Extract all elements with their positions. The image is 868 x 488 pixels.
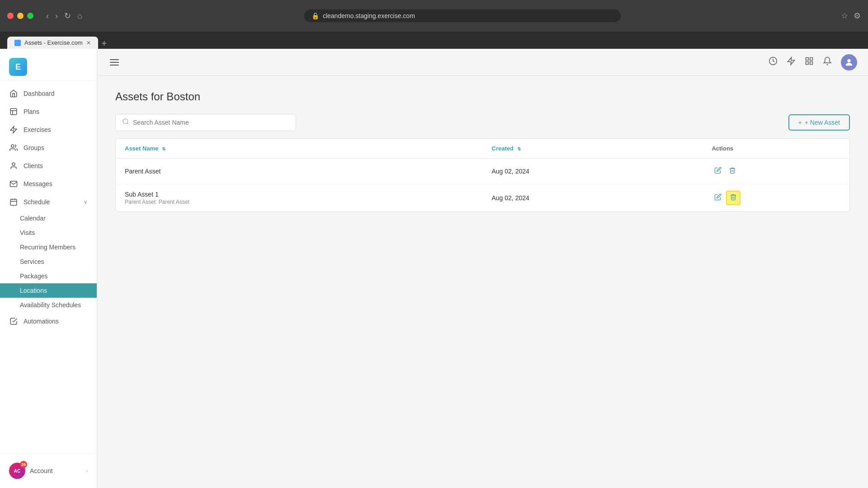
svg-rect-0: [10, 108, 17, 115]
sidebar-item-recurring-members[interactable]: Recurring Members: [0, 240, 97, 254]
automations-icon: [9, 317, 18, 326]
sidebar-item-availability-schedules[interactable]: Availability Schedules: [0, 298, 97, 312]
sidebar-item-groups[interactable]: Groups: [0, 139, 97, 157]
sidebar-item-services[interactable]: Services: [0, 254, 97, 269]
asset-name-cell: Sub Asset 1 Parent Asset: Parent Asset: [116, 184, 483, 212]
sidebar-item-visits[interactable]: Visits: [0, 225, 97, 240]
sidebar-item-packages[interactable]: Packages: [0, 269, 97, 283]
grid-icon[interactable]: [805, 56, 814, 68]
actions-cell: [712, 165, 840, 178]
new-asset-label: + New Asset: [805, 119, 840, 126]
sidebar-item-packages-label: Packages: [20, 272, 47, 280]
asset-name-value: Parent Asset: [125, 168, 160, 175]
clients-icon: [9, 161, 18, 170]
delete-button[interactable]: [726, 165, 739, 178]
close-button[interactable]: [7, 13, 14, 19]
avatar-initials: AC: [14, 469, 20, 474]
asset-table-container: Asset Name ⇅ Created ⇅ Actions: [115, 138, 850, 212]
avatar: AC 28: [9, 463, 25, 479]
sidebar-item-messages[interactable]: Messages: [0, 175, 97, 193]
table-header-row: Asset Name ⇅ Created ⇅ Actions: [116, 139, 849, 159]
tab-close-button[interactable]: ✕: [86, 40, 91, 46]
address-bar[interactable]: [323, 12, 613, 19]
tab-favicon: [14, 40, 21, 46]
home-button[interactable]: ⌂: [75, 9, 84, 23]
table-row: Parent Asset Aug 02, 2024: [116, 159, 849, 184]
top-bar: [97, 49, 868, 76]
search-box: [115, 114, 296, 131]
sidebar-item-clients[interactable]: Clients: [0, 157, 97, 175]
sidebar-item-schedule[interactable]: Schedule ∨: [0, 193, 97, 211]
sidebar-item-locations-label: Locations: [20, 287, 47, 294]
browser-nav: ‹ › ↻ ⌂: [44, 9, 84, 23]
sidebar-item-automations[interactable]: Automations: [0, 312, 97, 330]
svg-point-2: [12, 163, 15, 165]
forward-button[interactable]: ›: [53, 9, 60, 23]
tab-bar: Assets - Exercise.com ✕ +: [0, 32, 868, 49]
account-chevron-icon: ›: [86, 468, 88, 474]
new-asset-plus-icon: +: [798, 119, 802, 126]
search-input[interactable]: [133, 119, 289, 126]
asset-name-cell: Parent Asset: [116, 159, 483, 184]
hamburger-button[interactable]: [108, 57, 121, 67]
svg-point-14: [123, 119, 128, 124]
main-content: Assets for Boston + + New Asset: [97, 49, 868, 488]
sidebar-item-availability-schedules-label: Availability Schedules: [20, 301, 81, 309]
sidebar-item-plans[interactable]: Plans: [0, 103, 97, 121]
sidebar-item-dashboard[interactable]: Dashboard: [0, 84, 97, 103]
plans-icon: [9, 107, 18, 116]
back-button[interactable]: ‹: [44, 9, 51, 23]
svg-point-1: [11, 145, 14, 147]
search-icon: [122, 118, 129, 127]
sidebar-item-locations[interactable]: Locations: [0, 283, 97, 298]
browser-right-controls: ☆ ⚙: [841, 11, 861, 21]
reload-button[interactable]: ↻: [62, 9, 73, 23]
lightning-icon[interactable]: [787, 56, 796, 68]
delete-sub-button[interactable]: [726, 191, 741, 205]
sidebar-item-exercises[interactable]: Exercises: [0, 121, 97, 139]
asset-created-value: Aug 02, 2024: [492, 168, 529, 175]
home-icon: [9, 89, 18, 98]
new-tab-button[interactable]: +: [102, 38, 107, 49]
sidebar-item-calendar-label: Calendar: [20, 215, 46, 222]
messages-icon: [9, 179, 18, 188]
user-avatar[interactable]: [841, 54, 857, 70]
bookmark-icon[interactable]: ☆: [841, 11, 848, 21]
svg-rect-3: [10, 199, 17, 206]
sidebar-logo: E: [0, 49, 97, 81]
col-created: Created ⇅: [483, 139, 703, 159]
sidebar-item-groups-label: Groups: [24, 144, 44, 151]
col-actions: Actions: [703, 139, 849, 159]
clock-icon[interactable]: [769, 56, 778, 68]
minimize-button[interactable]: [17, 13, 24, 19]
sidebar-item-recurring-members-label: Recurring Members: [20, 244, 75, 251]
actions-cell: [712, 191, 840, 205]
address-bar-container: 🔒: [304, 9, 621, 22]
browser-chrome: ‹ › ↻ ⌂ 🔒 ☆ ⚙: [0, 0, 868, 32]
new-asset-button[interactable]: + + New Asset: [788, 114, 850, 131]
extensions-icon[interactable]: ⚙: [854, 11, 861, 21]
content-area: Assets for Boston + + New Asset: [97, 76, 868, 488]
sidebar-item-schedule-label: Schedule: [24, 198, 50, 206]
svg-marker-8: [788, 57, 795, 65]
sidebar-item-calendar[interactable]: Calendar: [0, 211, 97, 225]
edit-button[interactable]: [712, 165, 724, 178]
browser-controls: [7, 13, 33, 19]
svg-rect-10: [810, 58, 813, 61]
edit-sub-button[interactable]: [712, 192, 724, 204]
account-item[interactable]: AC 28 Account ›: [0, 459, 97, 483]
sidebar-item-visits-label: Visits: [20, 229, 35, 236]
sidebar-item-exercises-label: Exercises: [24, 126, 51, 133]
asset-table: Asset Name ⇅ Created ⇅ Actions: [116, 139, 849, 211]
active-tab[interactable]: Assets - Exercise.com ✕: [7, 37, 98, 49]
bell-icon[interactable]: [823, 56, 832, 68]
svg-line-15: [127, 123, 128, 124]
sidebar-item-automations-label: Automations: [24, 318, 59, 325]
sub-asset-parent: Parent Asset: Parent Asset: [125, 199, 474, 205]
sidebar-item-messages-label: Messages: [24, 180, 52, 188]
table-row: Sub Asset 1 Parent Asset: Parent Asset A…: [116, 184, 849, 212]
maximize-button[interactable]: [27, 13, 33, 19]
sidebar-item-plans-label: Plans: [24, 108, 39, 115]
asset-created-cell: Aug 02, 2024: [483, 159, 703, 184]
created-sort-icon: ⇅: [517, 146, 521, 151]
